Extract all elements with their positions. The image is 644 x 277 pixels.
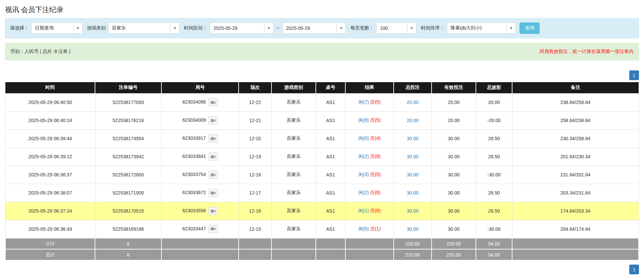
- video-camera-icon: [211, 173, 215, 177]
- video-camera-icon: [211, 137, 215, 141]
- sort-order-select[interactable]: 降幂(由大到小): [447, 22, 516, 34]
- subtotal-count: 8: [95, 238, 161, 249]
- result-banker: 庄(4): [370, 135, 381, 141]
- cell-table-no: AS1: [316, 93, 345, 111]
- total-bet-link[interactable]: 20.00: [407, 100, 418, 105]
- result-player: 闲(9): [358, 117, 369, 123]
- page-size-select[interactable]: 100: [376, 22, 416, 34]
- chevron-down-icon[interactable]: [264, 23, 273, 34]
- video-camera-icon: [211, 191, 215, 195]
- cell-time: 2025-05-29 06:37:24: [5, 202, 95, 220]
- date-to-select[interactable]: 2025-05-29: [282, 22, 346, 34]
- video-replay-button[interactable]: [208, 116, 218, 124]
- result-player: 闲(2): [358, 190, 369, 195]
- date-from-value: 2025-05-29: [210, 23, 264, 34]
- total-bet-link[interactable]: 20.00: [407, 118, 418, 123]
- cell-result: 闲(0) 庄(4): [345, 129, 394, 148]
- cell-game-type: 百家乐: [271, 93, 316, 111]
- cell-game-type: 百家乐: [271, 184, 316, 202]
- round-id-text: 623034009: [182, 117, 206, 123]
- cell-bet-id: 522538172800: [95, 166, 161, 184]
- cell-result: 闲(2) 庄(8): [345, 184, 394, 202]
- cell-table-no: AS1: [316, 184, 345, 202]
- cell-bet-id: 522538170515: [95, 202, 161, 220]
- total-bet-link[interactable]: 30.00: [407, 172, 418, 177]
- cell-payout: -30.00: [476, 166, 512, 184]
- video-camera-icon: [211, 119, 215, 122]
- cell-result: 闲(2) 庄(8): [345, 148, 394, 166]
- video-replay-button[interactable]: [208, 134, 218, 143]
- cell-valid-bet: 30.00: [432, 129, 476, 148]
- total-bet-link[interactable]: 30.00: [407, 136, 418, 141]
- select-type-label: 请选择：: [10, 25, 29, 31]
- chevron-down-icon[interactable]: [170, 23, 179, 34]
- video-replay-button[interactable]: [208, 207, 218, 215]
- page-title: 视讯 会员下注纪录: [5, 0, 639, 18]
- chevron-down-icon[interactable]: [337, 23, 346, 34]
- cell-total-bet: 20.00: [394, 111, 432, 129]
- result-player: 闲(5): [358, 226, 369, 231]
- subtotal-payout: 54.00: [476, 238, 512, 249]
- video-replay-button[interactable]: [208, 189, 218, 197]
- result-banker: 庄(5): [370, 172, 381, 177]
- video-replay-button[interactable]: [208, 171, 218, 179]
- cell-session: 12-21: [239, 111, 271, 129]
- cell-remark: 230.34/258.84: [512, 129, 639, 148]
- cell-session: 12-17: [239, 184, 271, 202]
- cell-total-bet: 30.00: [394, 166, 432, 184]
- query-button[interactable]: 查询: [519, 22, 540, 34]
- video-replay-button[interactable]: [208, 225, 218, 233]
- table-row: 2025-05-29 06:37:24 522538170515 6230335…: [5, 202, 639, 220]
- cell-result: 闲(7) 庄(5): [345, 93, 394, 111]
- cell-round-id: 623033672: [161, 184, 239, 202]
- cell-round-id: 623033917: [161, 129, 239, 148]
- cell-round-id: 623034009: [161, 111, 239, 129]
- column-header-4: 游戏类别: [271, 82, 316, 93]
- summary-bar: 币别：人民币 | 总共 :8 注单 | 同局有效投注，统一计算在该局第一张注单内: [5, 43, 639, 60]
- cell-payout: 28.50: [476, 184, 512, 202]
- table-row: 2025-05-29 06:38:07 522538171900 6230336…: [5, 184, 639, 202]
- cell-session: 12-15: [239, 220, 271, 238]
- result-player: 闲(0): [358, 135, 369, 141]
- total-bet-link[interactable]: 30.00: [407, 190, 418, 196]
- total-bet-link[interactable]: 30.00: [407, 208, 418, 214]
- cell-time: 2025-05-29 06:39:44: [5, 129, 95, 148]
- chevron-down-icon[interactable]: [407, 23, 416, 34]
- cell-table-no: AS1: [316, 220, 345, 238]
- total-row: 总计 8 220.00 220.00 54.00: [5, 249, 639, 260]
- cell-time: 2025-05-29 06:40:24: [5, 111, 95, 129]
- cell-result: 闲(3) 庄(5): [345, 166, 394, 184]
- video-replay-button[interactable]: [208, 98, 218, 106]
- result-player: 闲(3): [358, 172, 369, 177]
- round-id-text: 623033754: [182, 172, 206, 177]
- game-type-select[interactable]: 百家乐: [108, 22, 180, 34]
- total-bet-link[interactable]: 30.00: [407, 226, 418, 232]
- result-player: 闲(7): [358, 99, 369, 105]
- cell-game-type: 百家乐: [271, 148, 316, 166]
- subtotal-total-bet: 220.00: [394, 238, 432, 249]
- cell-result: 闲(9) 庄(5): [345, 111, 394, 129]
- video-replay-button[interactable]: [208, 153, 218, 161]
- round-id-text: 623033672: [182, 190, 206, 195]
- table-row: 2025-05-29 06:40:24 522538176218 6230340…: [5, 111, 639, 129]
- column-header-1: 注单编号: [95, 82, 161, 93]
- table-header-row: 时间注单编号局号场次游戏类别桌号结果总投注有效投注总派彩备注: [5, 82, 639, 93]
- table-row: 2025-05-29 06:39:44 522538174954 6230339…: [5, 129, 639, 148]
- query-type-select[interactable]: 日期查询: [31, 22, 83, 34]
- cell-table-no: AS1: [316, 166, 345, 184]
- chevron-down-icon[interactable]: [73, 23, 82, 34]
- page-1-button[interactable]: 1: [629, 265, 639, 274]
- page-container: 视讯 会员下注纪录 请选择： 日期查询 游戏类别 百家乐 时间区间： 2025-…: [0, 0, 644, 274]
- chevron-down-icon[interactable]: [506, 23, 515, 34]
- cell-remark: 201.84/230.34: [512, 148, 639, 166]
- cell-valid-bet: 30.00: [432, 220, 476, 238]
- video-camera-icon: [211, 101, 215, 104]
- video-camera-icon: [211, 227, 215, 231]
- result-player: 闲(2): [358, 154, 369, 159]
- cell-remark: 258.84/238.84: [512, 111, 639, 129]
- date-from-select[interactable]: 2025-05-29: [210, 22, 274, 34]
- total-bet-link[interactable]: 30.00: [407, 154, 418, 159]
- page-1-button[interactable]: 1: [629, 70, 639, 80]
- result-banker: 庄(8): [370, 190, 381, 195]
- table-row: 2025-05-29 06:40:50 522538177093 6230340…: [5, 93, 639, 111]
